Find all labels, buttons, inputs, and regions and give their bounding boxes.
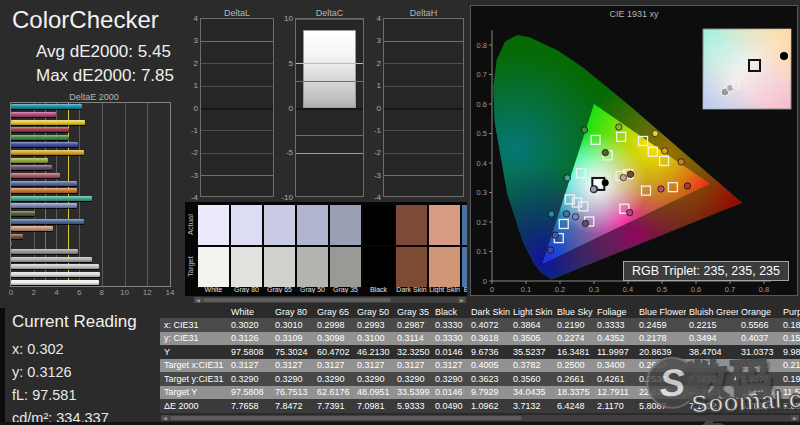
table-cell: 6.4248: [554, 401, 594, 411]
actual-swatch-gray-65[interactable]: [264, 205, 295, 245]
table-cell: 1.0962: [468, 401, 510, 411]
panel-deltah: [383, 18, 464, 197]
actual-swatch-dark-skin[interactable]: [396, 205, 427, 245]
table-cell: 11.5324: [780, 387, 800, 397]
ref-line: [296, 81, 363, 82]
col-header-white: White: [228, 307, 272, 317]
target-swatch-gray-80[interactable]: [231, 247, 262, 287]
ref-line: [384, 41, 463, 42]
table-cell: 0.2500: [554, 360, 594, 370]
table-cell: 0.3127: [272, 360, 314, 370]
table-cell: 0.2987: [394, 320, 432, 330]
table-row: Y97.580875.302460.470246.213032.32500.01…: [160, 345, 800, 359]
table-cell: 0.3864: [510, 320, 554, 330]
measured-marker-black: [602, 180, 608, 186]
table-cell: 0.4005: [468, 360, 510, 370]
target-swatch-blue-sky[interactable]: [462, 247, 467, 287]
deltae-bar-gray-80: [11, 272, 100, 277]
col-header-orange: Orange: [738, 307, 780, 317]
x-tick-label: 6: [77, 288, 81, 297]
y-tick-label: -4: [365, 193, 381, 202]
target-swatch-gray-35[interactable]: [330, 247, 361, 287]
panel-deltac: [295, 18, 364, 197]
swatch-label: Light Skin: [429, 286, 460, 293]
target-swatch-dark-skin[interactable]: [396, 247, 427, 287]
col-header-black: Black: [432, 307, 468, 317]
table-cell: 0.2687: [636, 360, 686, 370]
inset-black-dot: [780, 52, 788, 60]
actual-swatch-blue-sky[interactable]: [462, 205, 467, 245]
table-cell: 46.2130: [354, 347, 394, 357]
gridline: [170, 103, 171, 286]
actual-swatch-white[interactable]: [198, 205, 229, 245]
deltae-chart-title: DeltaE 2000: [8, 92, 180, 102]
x-tick-label: 10: [120, 288, 129, 297]
table-scrollbar[interactable]: ◀ ▶: [160, 414, 800, 422]
table-cell: 0.3290: [228, 374, 272, 384]
table-cell: 18.3375: [554, 387, 594, 397]
table-cell: 0.2459: [636, 320, 686, 330]
table-cell: 76.7513: [272, 387, 314, 397]
actual-swatch-light-skin[interactable]: [429, 205, 460, 245]
swatch-label: Gray 65: [264, 286, 295, 293]
scroll-left-icon[interactable]: ◀: [194, 297, 202, 303]
table-scrollbar-thumb[interactable]: [170, 416, 522, 420]
table-cell: 32.3250: [394, 347, 432, 357]
table-cell: 0.1552: [780, 333, 800, 343]
y-tick-label: 0.7: [477, 70, 487, 79]
deltae-bar-gray-65: [11, 264, 99, 269]
table-cell: 0.2215: [686, 320, 738, 330]
deltac-gradient-bar: [303, 30, 356, 109]
deltae-bar-blue-sky: [11, 219, 84, 224]
col-header-foliage: Foliage: [594, 307, 636, 317]
measured-marker-yellow: [652, 130, 658, 136]
target-swatch-light-skin[interactable]: [429, 247, 460, 287]
table-cell: 0.4072: [468, 320, 510, 330]
delta-panels: DeltaL43210-1-2-3-4DeltaC1050-5-10DeltaH…: [185, 8, 470, 204]
y-tick-label: -3: [365, 171, 381, 180]
target-swatch-white[interactable]: [198, 247, 229, 287]
deltae-bar-orange: [11, 188, 77, 193]
table-cell: 9.6736: [468, 347, 510, 357]
cie-1931-plot: 00.10.20.30.40.50.60.70.800.10.20.30.40.…: [471, 6, 797, 295]
scroll-right-icon[interactable]: ▶: [791, 415, 799, 421]
target-swatch-gray-50[interactable]: [297, 247, 328, 287]
panel-deltal: [200, 18, 274, 197]
y-tick-label: 0: [277, 104, 293, 113]
ref-line: [384, 130, 463, 131]
table-cell: 0.0146: [432, 347, 468, 357]
target-swatch-black[interactable]: [363, 247, 394, 287]
cie-1931-panel: 00.10.20.30.40.50.60.70.800.10.20.30.40.…: [470, 5, 798, 296]
panel-title-deltah: DeltaH: [383, 8, 464, 18]
actual-swatch-gray-35[interactable]: [330, 205, 361, 245]
table-cell: 0.3330: [432, 333, 468, 343]
actual-swatch-gray-80[interactable]: [231, 205, 262, 245]
y-tick-label: 2: [365, 59, 381, 68]
swatch-label: Gray 50: [297, 286, 328, 293]
table-cell: 0.0490: [432, 401, 468, 411]
y-tick-label: 3: [182, 36, 198, 45]
table-cell: 0.3114: [394, 333, 432, 343]
y-tick-label: 1: [365, 81, 381, 90]
table-cell: 11.9997: [594, 347, 636, 357]
scroll-left-icon[interactable]: ◀: [161, 415, 169, 421]
y-tick-label: 0.5: [477, 129, 487, 138]
swatch-scrollbar[interactable]: ◀ ▶: [193, 296, 467, 304]
swatch-label: Black: [363, 286, 394, 293]
target-swatch-gray-65[interactable]: [264, 247, 295, 287]
ref-line: [296, 153, 363, 154]
y-tick-label: 2: [182, 59, 198, 68]
table-cell: 0.2110: [780, 360, 800, 370]
table-cell: 16.3481: [554, 347, 594, 357]
y-tick-label: 0.6: [477, 100, 487, 109]
deltae-bar-cyan: [11, 104, 82, 109]
table-cell: 31.5013: [738, 387, 780, 397]
y-tick-label: -1: [365, 126, 381, 135]
x-tick-label: 2: [31, 288, 35, 297]
table-cell: 0.4070: [738, 374, 780, 384]
actual-swatch-gray-50[interactable]: [297, 205, 328, 245]
actual-swatch-black[interactable]: [363, 205, 394, 245]
scroll-right-icon[interactable]: ▶: [458, 297, 466, 303]
row-label: Target y:CIE31: [160, 374, 228, 384]
swatch-scrollbar-thumb[interactable]: [203, 298, 391, 302]
